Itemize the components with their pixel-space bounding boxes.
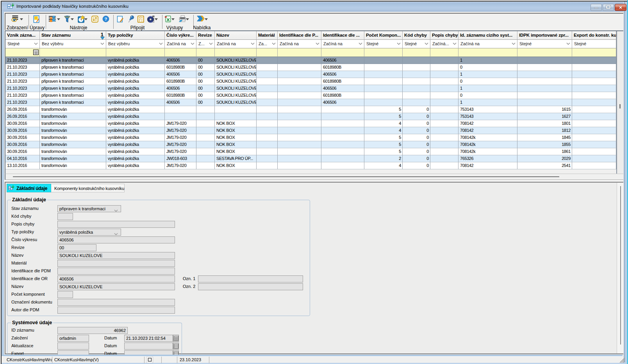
svg-text:?: ?: [105, 17, 107, 21]
